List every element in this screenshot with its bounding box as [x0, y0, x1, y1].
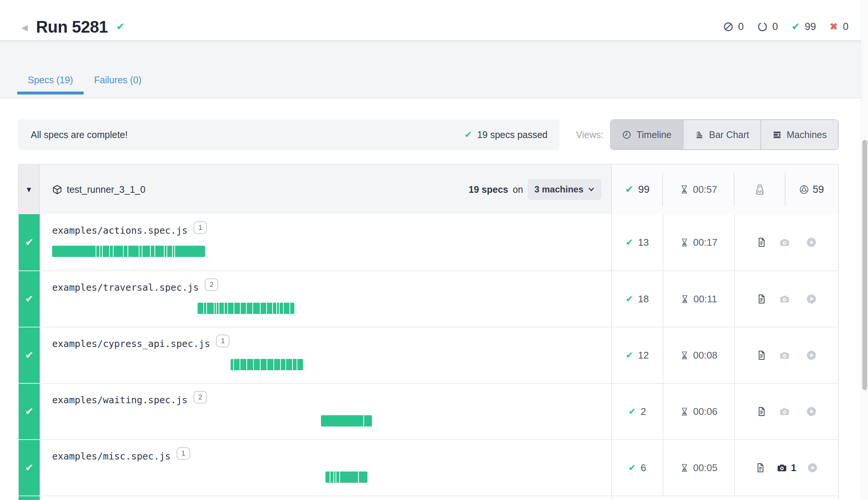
status-strip-passed: ✔	[19, 440, 40, 495]
timeline-bar	[325, 471, 368, 483]
machines-dropdown[interactable]: 3 machines	[528, 179, 601, 200]
timeline-bar-segment	[330, 471, 333, 483]
camera-icon	[779, 406, 790, 417]
timeline-bar-segment	[124, 246, 127, 257]
spec-artifacts-cell: 1	[734, 440, 838, 495]
timeline-bar-segment	[103, 246, 109, 257]
timeline-bar-segment	[297, 359, 303, 370]
timeline-bar-segment	[234, 303, 240, 314]
back-button[interactable]: ◂	[21, 21, 28, 33]
video-play-button[interactable]	[806, 294, 817, 304]
document-icon	[756, 237, 767, 248]
stdout-log-button[interactable]	[755, 462, 766, 473]
check-icon: ✔	[625, 185, 634, 195]
view-button-label: Bar Chart	[709, 129, 749, 140]
view-button-label: Timeline	[636, 129, 672, 140]
spec-cell: examples/waiting.spec.js 2	[40, 384, 612, 439]
hourglass-icon	[679, 185, 689, 194]
browser-version: 59	[813, 184, 824, 195]
timeline-bar-segment	[198, 303, 203, 314]
spec-row[interactable]: ✔ examples/waiting.spec.js 2 ✔ 2	[19, 383, 838, 439]
group-name: test_runner_3_1_0	[67, 184, 145, 195]
timeline-bar-segment	[217, 303, 219, 314]
screenshots-button[interactable]	[779, 406, 793, 417]
spec-row[interactable]: ✔ examples/cypress_api.spec.js 1 ✔ 12	[19, 327, 838, 383]
timeline-bar-segment	[286, 359, 292, 370]
spec-row[interactable]: ✔ examples/traversal.spec.js 2 ✔ 18	[19, 270, 838, 327]
timeline-bar-segment	[100, 246, 102, 257]
stdout-log-button[interactable]	[756, 294, 767, 304]
timeline-bar-segment	[155, 246, 164, 257]
spec-row[interactable]: ✔ examples/misc.spec.js 1 ✔ 6	[19, 439, 838, 495]
spec-duration: 00:08	[693, 350, 717, 361]
run-page: ◂ Run 5281 ✔ 0 0 ✔	[0, 0, 868, 500]
spec-passed-cell: ✔ 6	[612, 440, 663, 495]
spec-name: examples/waiting.spec.js	[52, 394, 187, 407]
timeline-bar	[52, 246, 205, 257]
spec-artifacts-cell	[734, 384, 838, 439]
group-duration-cell: 00:57	[663, 165, 734, 214]
timeline-bar-segment	[284, 303, 289, 314]
machine-group-header: ▾ test_runner_3_1_0 19 specs on	[19, 165, 838, 214]
summary-passed: ✔ 19 specs passed	[465, 129, 548, 140]
check-icon: ✔	[625, 351, 633, 360]
spec-cell: examples/cypress_api.spec.js 1	[40, 327, 612, 383]
stdout-log-button[interactable]	[756, 350, 767, 360]
scrollbar-thumb[interactable]	[862, 140, 867, 390]
timeline-bar-segment	[139, 246, 142, 257]
timeline-bar	[198, 303, 294, 314]
page-scrollbar	[861, 0, 868, 500]
timeline-bar-segment	[325, 471, 330, 483]
timeline-bar-segment	[214, 303, 216, 314]
video-play-button[interactable]	[806, 406, 817, 417]
timeline-bar-segment	[277, 303, 279, 314]
status-strip-passed: ✔	[19, 384, 40, 439]
document-icon	[756, 294, 767, 304]
spec-passed-count: 18	[638, 293, 649, 305]
spec-passed-cell: ✔ 12	[612, 327, 663, 383]
stdout-log-button[interactable]	[756, 237, 767, 248]
video-play-button[interactable]	[807, 462, 818, 473]
screenshots-button[interactable]	[779, 294, 793, 305]
spec-duration-cell: 00:05	[663, 440, 734, 495]
chrome-icon	[799, 185, 809, 195]
timeline-bar	[231, 359, 303, 370]
collapse-toggle[interactable]: ▾	[19, 165, 40, 214]
screenshots-button[interactable]: 1	[777, 462, 796, 474]
tab-specs[interactable]: Specs (19)	[17, 75, 84, 98]
status-strip-passed: ✔	[19, 327, 40, 383]
tab-strip: Specs (19) Failures (0)	[0, 40, 868, 98]
spec-row-partial	[19, 495, 838, 500]
camera-icon	[779, 237, 790, 248]
timeline-bar-segment	[253, 303, 260, 314]
timeline-track	[52, 471, 602, 483]
video-play-button[interactable]	[806, 350, 817, 360]
spec-row[interactable]: ✔ examples/actions.spec.js 1 ✔ 13	[19, 214, 838, 270]
tab-failures[interactable]: Failures (0)	[84, 75, 152, 98]
video-play-button[interactable]	[806, 237, 817, 248]
timeline-bar-segment	[340, 471, 358, 483]
stdout-log-button[interactable]	[756, 406, 767, 417]
linux-penguin-icon	[754, 183, 766, 196]
play-circle-icon	[806, 237, 817, 248]
timeline-bar	[321, 415, 372, 426]
screenshots-button[interactable]	[779, 350, 793, 361]
stat-skipped: 0	[723, 21, 744, 33]
timeline-bar-segment	[165, 246, 166, 257]
skipped-count: 0	[738, 21, 744, 33]
machine-badge: 1	[216, 335, 229, 347]
machines-view-button[interactable]: Machines	[760, 120, 838, 149]
app-header: ◂ Run 5281 ✔ 0 0 ✔	[0, 0, 868, 40]
timeline-view-button[interactable]: Timeline	[611, 120, 683, 149]
spec-name: examples/cypress_api.spec.js	[52, 338, 210, 350]
timeline-bar-segment	[128, 246, 139, 257]
bar-chart-view-button[interactable]: Bar Chart	[683, 120, 760, 149]
group-duration: 00:57	[693, 184, 717, 195]
page-title: Run 5281	[36, 18, 108, 36]
timeline-bar-segment	[234, 359, 240, 370]
timeline-bar-segment	[204, 303, 206, 314]
group-spec-count: 19 specs	[469, 184, 508, 195]
spec-passed-cell: ✔ 18	[612, 271, 663, 327]
screenshots-button[interactable]	[779, 237, 793, 248]
timeline-bar-segment	[247, 303, 252, 314]
